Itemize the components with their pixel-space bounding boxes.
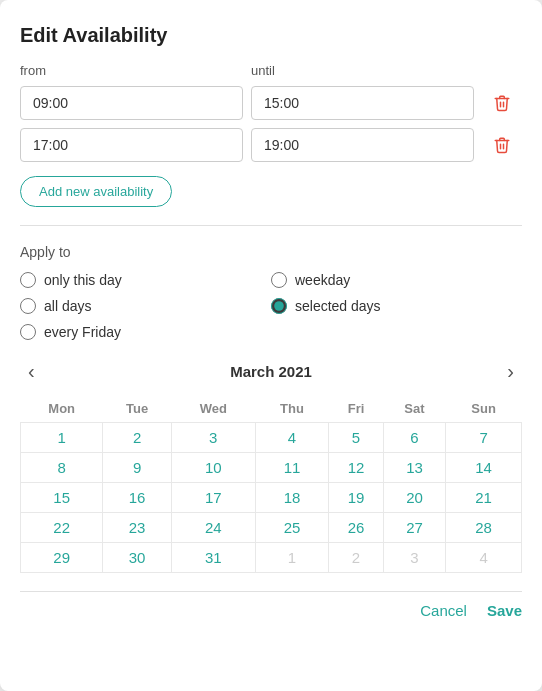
- from-input-1[interactable]: [20, 86, 243, 120]
- calendar-day[interactable]: 13: [383, 453, 445, 483]
- calendar-day[interactable]: 9: [103, 453, 171, 483]
- until-input-2[interactable]: [251, 128, 474, 162]
- radio-all-days[interactable]: [20, 298, 36, 314]
- until-header: until: [251, 63, 474, 78]
- divider-1: [20, 225, 522, 226]
- calendar-day[interactable]: 31: [171, 543, 255, 573]
- calendar-day[interactable]: 11: [255, 453, 329, 483]
- calendar-day[interactable]: 17: [171, 483, 255, 513]
- option-only-this-day-label: only this day: [44, 272, 122, 288]
- calendar-day[interactable]: 12: [329, 453, 384, 483]
- add-availability-button[interactable]: Add new availability: [20, 176, 172, 207]
- calendar-day[interactable]: 6: [383, 423, 445, 453]
- calendar-nav: ‹ March 2021 ›: [20, 358, 522, 385]
- calendar-day[interactable]: 28: [446, 513, 522, 543]
- option-weekday[interactable]: weekday: [271, 272, 522, 288]
- cancel-button[interactable]: Cancel: [420, 602, 467, 619]
- time-column-headers: from until: [20, 63, 522, 82]
- calendar-day[interactable]: 22: [21, 513, 103, 543]
- calendar-week-3: 15161718192021: [21, 483, 522, 513]
- calendar-day[interactable]: 27: [383, 513, 445, 543]
- calendar-day[interactable]: 3: [171, 423, 255, 453]
- option-selected-days[interactable]: selected days: [271, 298, 522, 314]
- option-all-days-label: all days: [44, 298, 91, 314]
- trash-icon: [493, 94, 511, 112]
- calendar-day[interactable]: 16: [103, 483, 171, 513]
- calendar-day[interactable]: 21: [446, 483, 522, 513]
- next-month-button[interactable]: ›: [499, 358, 522, 385]
- option-all-days[interactable]: all days: [20, 298, 271, 314]
- calendar-day[interactable]: 1: [21, 423, 103, 453]
- calendar-day[interactable]: 14: [446, 453, 522, 483]
- calendar-day[interactable]: 1: [255, 543, 329, 573]
- radio-every-friday[interactable]: [20, 324, 36, 340]
- edit-availability-modal: Edit Availability from until: [0, 0, 542, 691]
- calendar-day[interactable]: 7: [446, 423, 522, 453]
- radio-weekday[interactable]: [271, 272, 287, 288]
- calendar-day[interactable]: 15: [21, 483, 103, 513]
- delete-row-2-button[interactable]: [482, 136, 522, 154]
- calendar-day[interactable]: 2: [329, 543, 384, 573]
- calendar-day[interactable]: 19: [329, 483, 384, 513]
- calendar-day[interactable]: 20: [383, 483, 445, 513]
- option-only-this-day[interactable]: only this day: [20, 272, 271, 288]
- calendar-day[interactable]: 5: [329, 423, 384, 453]
- option-selected-days-label: selected days: [295, 298, 381, 314]
- modal-title: Edit Availability: [20, 24, 522, 47]
- calendar-month-label: March 2021: [230, 363, 312, 380]
- until-input-1[interactable]: [251, 86, 474, 120]
- day-header-thu: Thu: [255, 395, 329, 423]
- calendar-day[interactable]: 4: [446, 543, 522, 573]
- prev-month-button[interactable]: ‹: [20, 358, 43, 385]
- calendar-day[interactable]: 3: [383, 543, 445, 573]
- day-header-mon: Mon: [21, 395, 103, 423]
- delete-row-1-button[interactable]: [482, 94, 522, 112]
- calendar-day[interactable]: 30: [103, 543, 171, 573]
- option-weekday-label: weekday: [295, 272, 350, 288]
- apply-to-options: only this day weekday all days selected …: [20, 272, 522, 340]
- calendar-header-row: Mon Tue Wed Thu Fri Sat Sun: [21, 395, 522, 423]
- day-header-sat: Sat: [383, 395, 445, 423]
- calendar-day[interactable]: 24: [171, 513, 255, 543]
- day-header-sun: Sun: [446, 395, 522, 423]
- apply-to-label: Apply to: [20, 244, 522, 260]
- time-row-1: [20, 86, 522, 120]
- calendar-day[interactable]: 2: [103, 423, 171, 453]
- calendar-week-5: 2930311234: [21, 543, 522, 573]
- radio-only-this-day[interactable]: [20, 272, 36, 288]
- option-every-friday[interactable]: every Friday: [20, 324, 271, 340]
- time-row-2: [20, 128, 522, 162]
- calendar-table: Mon Tue Wed Thu Fri Sat Sun 123456789101…: [20, 395, 522, 573]
- calendar-day[interactable]: 8: [21, 453, 103, 483]
- calendar-day[interactable]: 29: [21, 543, 103, 573]
- option-every-friday-label: every Friday: [44, 324, 121, 340]
- calendar-day[interactable]: 26: [329, 513, 384, 543]
- from-header: from: [20, 63, 243, 78]
- calendar-week-4: 22232425262728: [21, 513, 522, 543]
- save-button[interactable]: Save: [487, 602, 522, 619]
- footer-actions: Cancel Save: [20, 591, 522, 619]
- calendar-week-2: 891011121314: [21, 453, 522, 483]
- trash-icon-2: [493, 136, 511, 154]
- day-header-fri: Fri: [329, 395, 384, 423]
- calendar-day[interactable]: 23: [103, 513, 171, 543]
- from-input-2[interactable]: [20, 128, 243, 162]
- calendar-day[interactable]: 25: [255, 513, 329, 543]
- calendar-day[interactable]: 4: [255, 423, 329, 453]
- radio-selected-days[interactable]: [271, 298, 287, 314]
- day-header-tue: Tue: [103, 395, 171, 423]
- calendar-day[interactable]: 10: [171, 453, 255, 483]
- calendar-week-1: 1234567: [21, 423, 522, 453]
- calendar-day[interactable]: 18: [255, 483, 329, 513]
- day-header-wed: Wed: [171, 395, 255, 423]
